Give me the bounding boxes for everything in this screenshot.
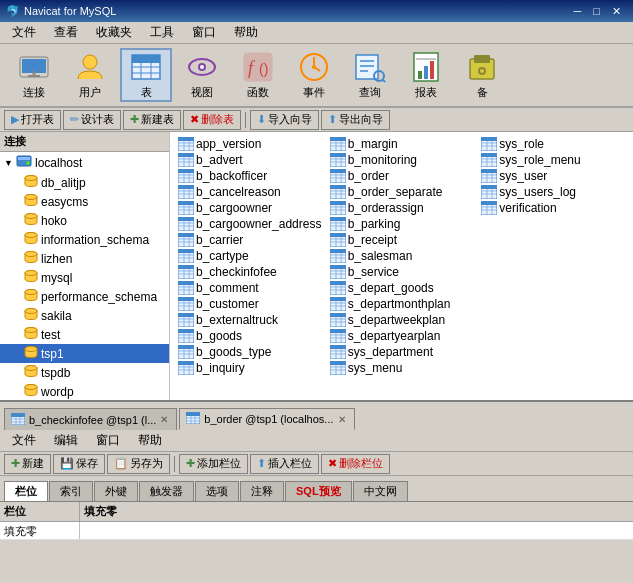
- tab-comments[interactable]: 注释: [240, 481, 284, 501]
- table-item[interactable]: b_externaltruck: [174, 312, 326, 328]
- close-btn[interactable]: ✕: [606, 5, 627, 18]
- svg-rect-144: [178, 345, 194, 349]
- tab-checkinfofee[interactable]: b_checkinfofee @tsp1 (l... ✕: [4, 408, 177, 430]
- bottom-menu-window[interactable]: 窗口: [88, 430, 128, 451]
- save-as-btn[interactable]: 📋 另存为: [107, 454, 170, 474]
- svg-point-46: [25, 233, 37, 238]
- table-item[interactable]: b_cancelreason: [174, 184, 326, 200]
- tree-db-wordp[interactable]: wordp: [0, 382, 169, 400]
- tab-triggers[interactable]: 触发器: [139, 481, 194, 501]
- tree-localhost[interactable]: ▼ localhost: [0, 152, 169, 173]
- toolbar-report[interactable]: 报表: [400, 48, 452, 102]
- toolbar-query[interactable]: 查询: [344, 48, 396, 102]
- table-item[interactable]: b_customer: [174, 296, 326, 312]
- table-item[interactable]: b_receipt: [326, 232, 478, 248]
- toolbar-view[interactable]: 视图: [176, 48, 228, 102]
- event-label: 事件: [303, 85, 325, 100]
- design-table-btn[interactable]: ✏ 设计表: [63, 110, 121, 130]
- table-item[interactable]: b_carrier: [174, 232, 326, 248]
- delete-field-btn[interactable]: ✖ 删除栏位: [321, 454, 390, 474]
- toolbar-event[interactable]: 事件: [288, 48, 340, 102]
- table-item[interactable]: sys_menu: [326, 360, 478, 376]
- toolbar-connect[interactable]: 连接: [8, 48, 60, 102]
- table-item[interactable]: b_advert: [174, 152, 326, 168]
- table-item[interactable]: b_goods_type: [174, 344, 326, 360]
- tab-options[interactable]: 选项: [195, 481, 239, 501]
- table-item[interactable]: b_order: [326, 168, 478, 184]
- table-item[interactable]: b_cargoowner_address: [174, 216, 326, 232]
- tree-db-hoko[interactable]: hoko: [0, 211, 169, 230]
- table-item[interactable]: b_checkinfofee: [174, 264, 326, 280]
- menu-file[interactable]: 文件: [4, 22, 44, 43]
- tree-db-lizhen[interactable]: lizhen: [0, 249, 169, 268]
- table-item[interactable]: b_comment: [174, 280, 326, 296]
- table-item[interactable]: app_version: [174, 136, 326, 152]
- minimize-btn[interactable]: ─: [568, 5, 588, 17]
- table-item[interactable]: sys_role_menu: [477, 152, 629, 168]
- tree-db-performance-schema[interactable]: performance_schema: [0, 287, 169, 306]
- new-table-btn[interactable]: ✚ 新建表: [123, 110, 181, 130]
- svg-rect-222: [330, 313, 346, 317]
- table-item[interactable]: b_monitoring: [326, 152, 478, 168]
- table-item[interactable]: b_cartype: [174, 248, 326, 264]
- tab-fk[interactable]: 外键: [94, 481, 138, 501]
- table-item[interactable]: b_cargoowner: [174, 200, 326, 216]
- tree-db-sakila[interactable]: sakila: [0, 306, 169, 325]
- table-item[interactable]: b_backofficer: [174, 168, 326, 184]
- menu-window[interactable]: 窗口: [184, 22, 224, 43]
- bottom-menu-edit[interactable]: 编辑: [46, 430, 86, 451]
- tab-chinese[interactable]: 中文网: [353, 481, 408, 501]
- import-wizard-btn[interactable]: ⬇ 导入向导: [250, 110, 319, 130]
- table-item[interactable]: s_departweekplan: [326, 312, 478, 328]
- table-item[interactable]: verification: [477, 200, 629, 216]
- tab-fields[interactable]: 栏位: [4, 481, 48, 501]
- bottom-menu-help[interactable]: 帮助: [130, 430, 170, 451]
- tree-db-mysql[interactable]: mysql: [0, 268, 169, 287]
- insert-field-btn[interactable]: ⬆ 插入栏位: [250, 454, 319, 474]
- tree-db-tspdb[interactable]: tspdb: [0, 363, 169, 382]
- maximize-btn[interactable]: □: [587, 5, 606, 17]
- table-item[interactable]: b_parking: [326, 216, 478, 232]
- menu-favorites[interactable]: 收藏夹: [88, 22, 140, 43]
- table-item[interactable]: b_orderassign: [326, 200, 478, 216]
- tab-sql[interactable]: SQL预览: [285, 481, 352, 501]
- toolbar-function[interactable]: f () 函数: [232, 48, 284, 102]
- tree-db-alitjp[interactable]: db_alitjp: [0, 173, 169, 192]
- toolbar-backup[interactable]: 备: [456, 48, 508, 102]
- table-item[interactable]: sys_users_log: [477, 184, 629, 200]
- table-item[interactable]: s_depart_goods: [326, 280, 478, 296]
- table-item[interactable]: sys_role: [477, 136, 629, 152]
- tree-db-test[interactable]: test: [0, 325, 169, 344]
- menu-help[interactable]: 帮助: [226, 22, 266, 43]
- tree-db-tsp1[interactable]: tsp1: [0, 344, 169, 363]
- menu-tools[interactable]: 工具: [142, 22, 182, 43]
- table-item[interactable]: b_order_separate: [326, 184, 478, 200]
- table-item[interactable]: b_salesman: [326, 248, 478, 264]
- new-row-btn[interactable]: ✚ 新建: [4, 454, 51, 474]
- table-item[interactable]: s_departyearplan: [326, 328, 478, 344]
- save-btn[interactable]: 💾 保存: [53, 454, 105, 474]
- toolbar-user[interactable]: 用户: [64, 48, 116, 102]
- tab-order[interactable]: b_order @tsp1 (localhos... ✕: [179, 408, 354, 430]
- delete-table-btn[interactable]: ✖ 删除表: [183, 110, 241, 130]
- table-item[interactable]: sys_user: [477, 168, 629, 184]
- table-item[interactable]: b_margin: [326, 136, 478, 152]
- export-wizard-btn[interactable]: ⬆ 导出向导: [321, 110, 390, 130]
- open-table-btn[interactable]: ▶ 打开表: [4, 110, 61, 130]
- tab-close-order[interactable]: ✕: [338, 414, 346, 425]
- svg-rect-192: [330, 233, 346, 237]
- add-field-btn[interactable]: ✚ 添加栏位: [179, 454, 248, 474]
- tree-db-information-schema[interactable]: information_schema: [0, 230, 169, 249]
- table-item[interactable]: s_departmonthplan: [326, 296, 478, 312]
- tree-db-easycms[interactable]: easycms: [0, 192, 169, 211]
- tab-close-checkinfofee[interactable]: ✕: [160, 414, 168, 425]
- table-item[interactable]: sys_department: [326, 344, 478, 360]
- svg-rect-120: [178, 281, 194, 285]
- tab-indexes[interactable]: 索引: [49, 481, 93, 501]
- table-item[interactable]: b_inquiry: [174, 360, 326, 376]
- bottom-menu-file[interactable]: 文件: [4, 430, 44, 451]
- toolbar-table[interactable]: 表: [120, 48, 172, 102]
- menu-view[interactable]: 查看: [46, 22, 86, 43]
- table-item[interactable]: b_service: [326, 264, 478, 280]
- table-item[interactable]: b_goods: [174, 328, 326, 344]
